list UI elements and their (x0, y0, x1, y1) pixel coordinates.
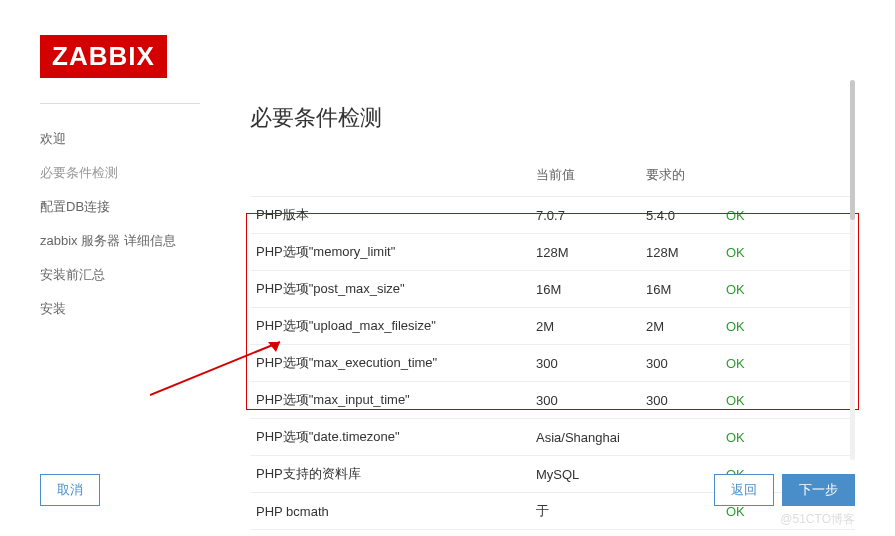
row-name: PHP版本 (250, 197, 530, 234)
table-row: PHP选项"memory_limit" 128M 128M OK (250, 234, 855, 271)
row-current: 16M (530, 271, 640, 308)
row-status: OK (720, 234, 855, 271)
row-status: OK (720, 345, 855, 382)
row-required: 300 (640, 382, 720, 419)
row-required: 5.4.0 (640, 197, 720, 234)
row-status: OK (720, 419, 855, 456)
header-required: 要求的 (640, 158, 720, 197)
row-status: OK (720, 308, 855, 345)
back-button[interactable]: 返回 (714, 474, 774, 506)
row-current: Asia/Shanghai (530, 419, 640, 456)
sidebar-item-prerequisites[interactable]: 必要条件检测 (40, 156, 200, 190)
row-current: 7.0.7 (530, 197, 640, 234)
table-row: PHP选项"date.timezone" Asia/Shanghai OK (250, 419, 855, 456)
table-row: PHP版本 7.0.7 5.4.0 OK (250, 197, 855, 234)
row-name: PHP选项"post_max_size" (250, 271, 530, 308)
page-title: 必要条件检测 (250, 103, 855, 133)
row-name: PHP选项"date.timezone" (250, 419, 530, 456)
row-status: OK (720, 271, 855, 308)
row-status: OK (720, 197, 855, 234)
row-required (640, 419, 720, 456)
row-required: 128M (640, 234, 720, 271)
table-row: PHP选项"max_input_time" 300 300 OK (250, 382, 855, 419)
scrollbar[interactable] (850, 80, 855, 460)
row-status: OK (720, 382, 855, 419)
cancel-button[interactable]: 取消 (40, 474, 100, 506)
row-required: 2M (640, 308, 720, 345)
row-required: 16M (640, 271, 720, 308)
sidebar-item-db[interactable]: 配置DB连接 (40, 190, 200, 224)
row-name: PHP选项"max_input_time" (250, 382, 530, 419)
row-name: PHP选项"memory_limit" (250, 234, 530, 271)
main-content: 必要条件检测 当前值 要求的 PHP版本 7.0.7 5.4.0 OKPHP选项… (250, 103, 855, 536)
row-name: PHP选项"upload_max_filesize" (250, 308, 530, 345)
row-current: 2M (530, 308, 640, 345)
row-current: 于 (530, 530, 640, 537)
row-required: 300 (640, 345, 720, 382)
row-required (640, 530, 720, 537)
row-name: PHP mbstring (250, 530, 530, 537)
sidebar-item-summary[interactable]: 安装前汇总 (40, 258, 200, 292)
next-button[interactable]: 下一步 (782, 474, 855, 506)
header-current: 当前值 (530, 158, 640, 197)
table-row: PHP选项"post_max_size" 16M 16M OK (250, 271, 855, 308)
row-current: 128M (530, 234, 640, 271)
sidebar: 欢迎 必要条件检测 配置DB连接 zabbix 服务器 详细信息 安装前汇总 安… (40, 103, 200, 536)
table-row: PHP mbstring 于 OK (250, 530, 855, 537)
sidebar-item-install[interactable]: 安装 (40, 292, 200, 326)
row-current: 300 (530, 345, 640, 382)
row-current: 300 (530, 382, 640, 419)
row-status: OK (720, 530, 855, 537)
table-row: PHP选项"upload_max_filesize" 2M 2M OK (250, 308, 855, 345)
sidebar-item-welcome[interactable]: 欢迎 (40, 122, 200, 156)
logo: ZABBIX (40, 35, 167, 78)
scroll-thumb[interactable] (850, 80, 855, 220)
row-name: PHP选项"max_execution_time" (250, 345, 530, 382)
table-row: PHP选项"max_execution_time" 300 300 OK (250, 345, 855, 382)
watermark: @51CTO博客 (780, 511, 855, 528)
sidebar-item-server-details[interactable]: zabbix 服务器 详细信息 (40, 224, 200, 258)
